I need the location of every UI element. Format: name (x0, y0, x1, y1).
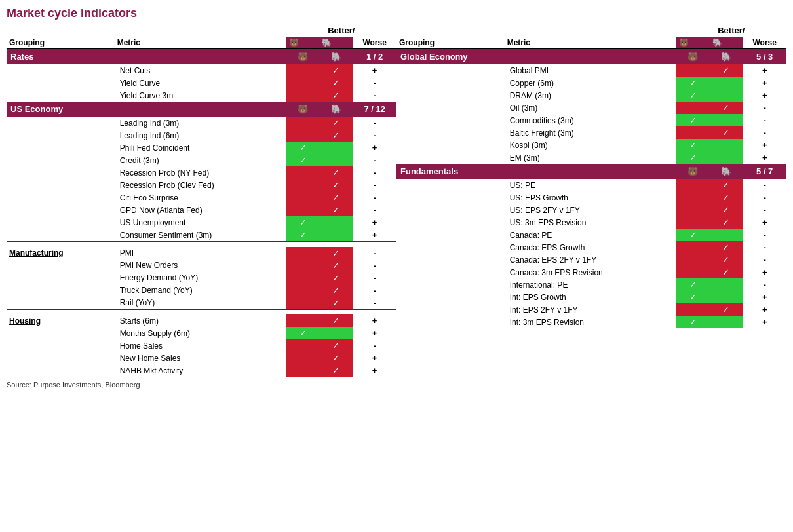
section-us-economy: US Economy🐻🐘7 / 12 (7, 102, 396, 117)
table-row: US: EPS 2FY v 1FY✓- (396, 204, 786, 216)
table-row: US: EPS Growth✓- (396, 191, 786, 204)
table-row: Int: EPS Growth✓+ (396, 291, 786, 303)
section-rates: Rates🐻🐘1 / 2 (7, 49, 396, 65)
table-row: Leading Ind (6m)✓- (7, 129, 396, 142)
table-row: Baltic Freight (3m)✓- (396, 126, 786, 139)
table-row: ManufacturingPMI✓- (7, 247, 396, 259)
table-row: Int: 3m EPS Revision✓+ (396, 316, 786, 328)
table-row: Int: EPS 2FY v 1FY✓+ (396, 303, 786, 316)
table-row: Global PMI✓+ (396, 64, 786, 77)
table-row: Leading Ind (3m)✓- (7, 117, 396, 129)
table-row: Yield Curve✓- (7, 77, 396, 89)
table-row: Commodities (3m)✓- (396, 114, 786, 126)
right-bull-icon: 🐘 (710, 37, 743, 49)
table-row: Consumer Sentiment (3m)✓+ (7, 229, 396, 242)
table-row: PMI New Orders✓- (7, 259, 396, 272)
table-row: Canada: PE✓- (396, 229, 786, 241)
table-row: Phili Fed Coincident✓+ (7, 142, 396, 154)
right-bear-icon: 🐻 (676, 37, 710, 49)
table-row: HousingStarts (6m)✓+ (7, 314, 396, 327)
table-row: Canada: EPS 2FY v 1FY✓- (396, 254, 786, 266)
table-row: International: PE✓- (396, 278, 786, 291)
right-worse-header: Worse (743, 37, 786, 49)
table-row: Copper (6m)✓+ (396, 77, 786, 89)
left-bear-icon: 🐻 (286, 37, 320, 49)
table-row: Truck Demand (YoY)✓- (7, 284, 396, 297)
table-row: Citi Eco Surprise✓- (7, 191, 396, 204)
table-row: Net Cuts✓+ (7, 64, 396, 77)
table-row: Yield Curve 3m✓- (7, 89, 396, 102)
right-metric-header: Metric (505, 37, 676, 49)
table-row: DRAM (3m)✓+ (396, 89, 786, 102)
table-row: Credit (3m)✓- (7, 154, 396, 166)
left-metric-header: Metric (115, 37, 286, 49)
page-title: Market cycle indicators (7, 7, 786, 20)
left-grouping-header: Grouping (7, 37, 115, 49)
table-row: New Home Sales✓+ (7, 352, 396, 364)
table-row: Rail (YoY)✓- (7, 297, 396, 310)
right-grouping-header: Grouping (396, 37, 505, 49)
table-row: US: PE✓- (396, 179, 786, 191)
left-better-worse-header: Better/ (286, 24, 396, 37)
table-row: GPD Now (Atlanta Fed)✓- (7, 204, 396, 216)
table-row: US Unemployment✓+ (7, 216, 396, 229)
table-row: NAHB Mkt Activity✓+ (7, 364, 396, 377)
table-row: Kospi (3m)✓+ (396, 139, 786, 151)
table-row: Oil (3m)✓- (396, 102, 786, 114)
table-row: Recession Prob (NY Fed)✓- (7, 166, 396, 179)
source-text: Source: Purpose Investments, Bloomberg (7, 381, 396, 389)
right-better-worse-header: Better/ (676, 24, 786, 37)
table-row: US: 3m EPS Revision✓+ (396, 216, 786, 229)
table-row: Canada: EPS Growth✓- (396, 241, 786, 254)
table-row: Canada: 3m EPS Revision✓+ (396, 266, 786, 278)
section-fundamentals: Fundamentals🐻🐘5 / 7 (396, 164, 786, 179)
table-row: EM (3m)✓+ (396, 151, 786, 164)
table-row: Home Sales✓- (7, 339, 396, 352)
section-global-economy: Global Economy🐻🐘5 / 3 (396, 49, 786, 65)
table-row: Recession Prob (Clev Fed)✓- (7, 179, 396, 191)
table-row: Energy Demand (YoY)✓- (7, 272, 396, 284)
left-bull-icon: 🐘 (319, 37, 353, 49)
table-row: Months Supply (6m)✓+ (7, 327, 396, 339)
left-worse-header: Worse (353, 37, 396, 49)
